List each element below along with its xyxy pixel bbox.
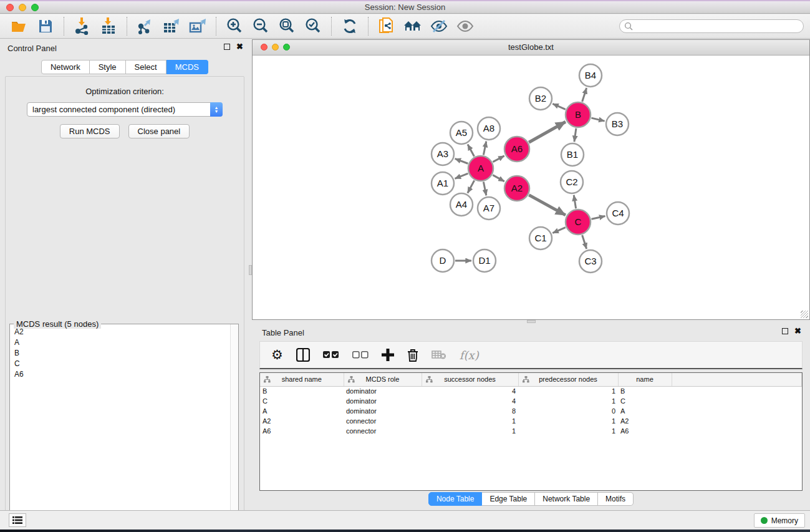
memory-button[interactable]: Memory: [754, 513, 805, 528]
graph-edge-A-A8[interactable]: [483, 142, 486, 155]
close-panel-icon[interactable]: ✖: [794, 328, 801, 334]
graph-edge-A2-C[interactable]: [529, 195, 566, 215]
tab-node-table[interactable]: Node Table: [428, 492, 483, 506]
graph-node-B[interactable]: B: [566, 102, 591, 127]
table-row[interactable]: Bdominator41B: [260, 386, 802, 396]
graph-edge-A-A3[interactable]: [455, 158, 468, 163]
table-cell[interactable]: 4: [422, 386, 518, 396]
open-session-icon[interactable]: [9, 16, 30, 36]
graph-edge-A-A4[interactable]: [468, 180, 475, 193]
graph-node-A7[interactable]: A7: [478, 197, 500, 220]
graph-node-B4[interactable]: B4: [579, 64, 602, 87]
select-all-columns-icon[interactable]: [323, 346, 339, 364]
graph-node-B2[interactable]: B2: [529, 87, 552, 110]
result-list-item[interactable]: B: [11, 348, 229, 359]
table-cell[interactable]: dominator: [344, 396, 422, 406]
close-panel-icon[interactable]: ✖: [236, 44, 243, 50]
table-cell[interactable]: 1: [518, 416, 618, 426]
table-cell[interactable]: connector: [344, 426, 422, 436]
export-network-icon[interactable]: [135, 16, 156, 36]
graph-node-A5[interactable]: A5: [450, 122, 473, 144]
add-column-plus-icon[interactable]: [382, 346, 394, 364]
show-graphics-eye-icon[interactable]: [455, 16, 476, 36]
graph-node-D1[interactable]: D1: [473, 249, 496, 272]
graph-edge-A-A7[interactable]: [483, 182, 486, 196]
table-row[interactable]: A6connector11A6: [260, 426, 802, 436]
home-overview-icon[interactable]: [402, 16, 423, 36]
tab-network[interactable]: Network: [41, 60, 90, 74]
graph-node-C1[interactable]: C1: [529, 227, 552, 249]
search-input[interactable]: [619, 19, 804, 33]
export-image-icon[interactable]: [187, 16, 208, 36]
tab-network-table[interactable]: Network Table: [535, 492, 598, 506]
graph-node-C4[interactable]: C4: [607, 202, 629, 225]
zoom-selected-icon[interactable]: [302, 16, 324, 36]
tab-style[interactable]: Style: [90, 60, 126, 74]
network-graph[interactable]: B4B2BB3B1A5A8A6A3AA1A2C2A4A7C4CC1C3DD1: [253, 56, 809, 319]
graph-edge-A-A5[interactable]: [468, 144, 474, 156]
graph-edge-A6-B[interactable]: [529, 122, 566, 142]
graph-node-A[interactable]: A: [468, 156, 493, 181]
splitter-grip[interactable]: [527, 320, 536, 323]
tab-motifs[interactable]: Motifs: [598, 492, 634, 506]
zoom-out-icon[interactable]: [250, 16, 271, 36]
table-header-row[interactable]: shared nameMCDS rolesuccessor nodesprede…: [260, 373, 802, 386]
column-header-predecessor-nodes[interactable]: predecessor nodes: [518, 373, 618, 386]
tab-select[interactable]: Select: [126, 60, 166, 74]
result-list-item[interactable]: A6: [11, 369, 229, 380]
table-cell[interactable]: A6: [618, 426, 672, 436]
column-header-MCDS-role[interactable]: MCDS role: [344, 373, 422, 386]
table-cell[interactable]: A: [618, 406, 672, 416]
resize-handle-icon[interactable]: [801, 311, 808, 318]
table-cell[interactable]: C: [260, 396, 344, 406]
task-history-list-icon[interactable]: [9, 513, 26, 527]
result-list-item[interactable]: C: [11, 359, 229, 369]
graph-edge-A-A6[interactable]: [493, 156, 504, 162]
table-row[interactable]: Cdominator41C: [260, 396, 802, 406]
table-cell[interactable]: 1: [422, 426, 518, 436]
table-cell[interactable]: connector: [344, 416, 422, 426]
import-table-icon[interactable]: [98, 16, 119, 36]
column-header-successor-nodes[interactable]: successor nodes: [422, 373, 518, 386]
table-cell[interactable]: B: [260, 386, 344, 396]
graph-node-A4[interactable]: A4: [450, 193, 473, 216]
tab-edge-table[interactable]: Edge Table: [482, 492, 535, 506]
column-header-name[interactable]: name: [618, 373, 672, 386]
save-session-icon[interactable]: [35, 16, 56, 36]
result-list-item[interactable]: A2: [11, 327, 229, 337]
network-canvas[interactable]: B4B2BB3B1A5A8A6A3AA1A2C2A4A7C4CC1C3DD1: [253, 56, 809, 319]
table-cell[interactable]: 1: [518, 426, 618, 436]
table-cell[interactable]: 8: [422, 406, 518, 416]
clone-network-icon[interactable]: [376, 16, 397, 36]
graph-edge-C-C2[interactable]: [574, 195, 576, 209]
graph-edge-A-A1[interactable]: [455, 173, 468, 178]
graph-edge-C-C1[interactable]: [552, 228, 566, 233]
table-row[interactable]: Adominator80A: [260, 406, 802, 416]
tab-mcds[interactable]: MCDS: [166, 60, 208, 74]
refresh-icon[interactable]: [339, 16, 360, 36]
graph-node-C[interactable]: C: [566, 210, 591, 235]
graph-node-C2[interactable]: C2: [561, 171, 583, 193]
optimization-criterion-select[interactable]: largest connected component (directed) ▲…: [27, 102, 223, 117]
graph-node-A6[interactable]: A6: [504, 137, 529, 162]
float-panel-icon[interactable]: [782, 328, 788, 334]
deselect-all-columns-icon[interactable]: [352, 346, 369, 364]
import-network-icon[interactable]: [72, 16, 93, 36]
graph-edge-B-B3[interactable]: [591, 118, 604, 121]
graph-edge-B-B2[interactable]: [552, 104, 566, 109]
table-cell[interactable]: C: [618, 396, 672, 406]
graph-node-B1[interactable]: B1: [561, 143, 584, 166]
export-table-icon[interactable]: [161, 16, 182, 36]
table-cell[interactable]: A: [260, 406, 344, 416]
graph-node-A1[interactable]: A1: [432, 172, 454, 195]
table-cell[interactable]: 1: [518, 396, 618, 406]
network-window-titlebar[interactable]: testGlobe.txt: [253, 40, 809, 56]
delete-table-icon[interactable]: [432, 346, 446, 364]
graph-node-D[interactable]: D: [432, 249, 454, 272]
function-builder-icon[interactable]: f(x): [460, 346, 479, 364]
table-row[interactable]: A2connector11A2: [260, 416, 802, 426]
close-panel-button[interactable]: Close panel: [128, 124, 190, 138]
table-cell[interactable]: A2: [260, 416, 344, 426]
table-cell[interactable]: 4: [422, 396, 518, 406]
table-settings-gear-icon[interactable]: ⚙: [271, 346, 283, 364]
